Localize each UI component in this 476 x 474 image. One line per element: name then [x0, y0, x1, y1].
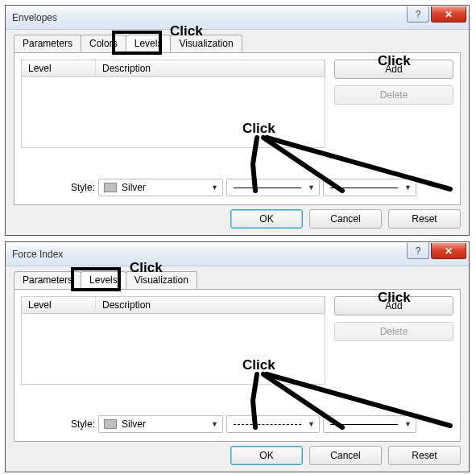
levels-panel: Level Description Add Delete Style: Silv…: [14, 289, 461, 442]
window-title: Envelopes: [12, 12, 57, 23]
button-bar: OK Cancel Reset: [230, 446, 461, 465]
add-button[interactable]: Add: [334, 60, 453, 79]
titlebar[interactable]: Envelopes ? ✕: [6, 6, 469, 30]
levels-header: Level Description: [21, 296, 325, 314]
reset-button[interactable]: Reset: [388, 209, 461, 229]
style-color-name: Silver: [122, 418, 146, 430]
ok-button[interactable]: OK: [230, 209, 303, 229]
chevron-down-icon: ▼: [404, 420, 412, 428]
style-row: Style: Silver ▼ ▼ ▼: [71, 179, 416, 196]
style-label: Style:: [71, 182, 95, 193]
close-button[interactable]: ✕: [431, 6, 466, 23]
column-description[interactable]: Description: [96, 297, 325, 313]
tab-visualization[interactable]: Visualization: [170, 35, 242, 52]
delete-button: Delete: [334, 322, 453, 341]
tab-visualization[interactable]: Visualization: [126, 271, 197, 289]
cancel-button[interactable]: Cancel: [309, 446, 382, 465]
close-button[interactable]: ✕: [431, 243, 466, 259]
column-level[interactable]: Level: [22, 297, 96, 313]
close-icon: ✕: [445, 245, 453, 257]
levels-panel: Level Description Add Delete Style: Silv…: [14, 52, 461, 205]
color-swatch-icon: [104, 183, 117, 192]
tab-bar: Parameters Colors Levels Visualization: [14, 35, 469, 52]
help-button[interactable]: ?: [407, 243, 429, 259]
chevron-down-icon: ▼: [211, 420, 218, 428]
add-button[interactable]: Add: [334, 296, 453, 315]
window-title: Force Index: [12, 249, 63, 260]
style-color-dropdown[interactable]: Silver ▼: [98, 415, 223, 433]
force-index-dialog: Force Index ? ✕ Parameters Levels Visual…: [5, 241, 470, 472]
style-linestyle-dropdown[interactable]: ▼: [226, 179, 320, 196]
help-icon: ?: [416, 245, 421, 257]
line-sample-icon: [330, 188, 398, 188]
reset-button[interactable]: Reset: [388, 446, 461, 465]
style-color-dropdown[interactable]: Silver ▼: [98, 179, 223, 196]
tab-colors[interactable]: Colors: [81, 35, 126, 52]
style-color-name: Silver: [122, 182, 146, 193]
line-sample-icon: [330, 424, 398, 425]
line-sample-icon: [234, 424, 301, 425]
levels-list[interactable]: [21, 314, 325, 385]
tab-parameters[interactable]: Parameters: [14, 271, 81, 289]
envelopes-dialog: Envelopes ? ✕ Parameters Colors Levels V…: [5, 5, 470, 236]
levels-list[interactable]: [21, 77, 325, 148]
levels-header: Level Description: [21, 60, 325, 77]
color-swatch-icon: [104, 419, 117, 429]
style-row: Style: Silver ▼ ▼ ▼: [71, 415, 416, 433]
line-sample-icon: [234, 188, 301, 188]
chevron-down-icon: ▼: [404, 183, 412, 192]
help-icon: ?: [416, 9, 421, 20]
column-description[interactable]: Description: [96, 60, 325, 76]
column-level[interactable]: Level: [22, 60, 96, 76]
style-linewidth-dropdown[interactable]: ▼: [323, 179, 416, 196]
style-linewidth-dropdown[interactable]: ▼: [323, 415, 416, 433]
titlebar[interactable]: Force Index ? ✕: [6, 242, 469, 266]
help-button[interactable]: ?: [407, 6, 429, 23]
cancel-button[interactable]: Cancel: [309, 209, 382, 229]
tab-levels[interactable]: Levels: [126, 35, 172, 52]
chevron-down-icon: ▼: [308, 183, 315, 192]
ok-button[interactable]: OK: [230, 446, 303, 465]
tab-parameters[interactable]: Parameters: [14, 35, 81, 52]
style-linestyle-dropdown[interactable]: ▼: [226, 415, 320, 433]
chevron-down-icon: ▼: [308, 420, 315, 428]
delete-button: Delete: [334, 85, 453, 105]
tab-bar: Parameters Levels Visualization: [14, 271, 469, 289]
tab-levels[interactable]: Levels: [81, 271, 126, 289]
button-bar: OK Cancel Reset: [230, 209, 461, 229]
chevron-down-icon: ▼: [211, 183, 218, 192]
close-icon: ✕: [445, 9, 453, 20]
style-label: Style:: [71, 418, 95, 430]
